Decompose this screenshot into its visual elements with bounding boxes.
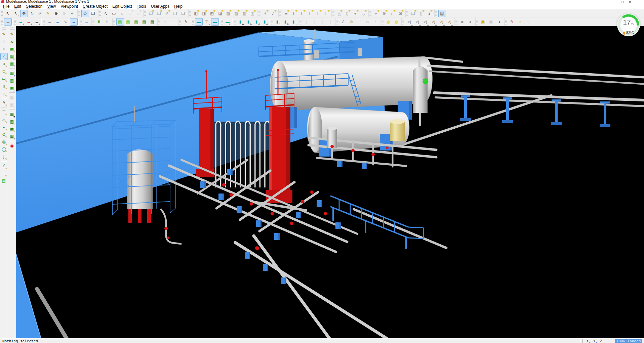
axonometric-cube-icon[interactable]: ❒ [89,10,97,17]
toolbar-grip[interactable] [192,19,194,25]
unit-raise-icon[interactable]: ▮↥ [274,18,281,26]
create-structure-icon[interactable]: ◨★ [200,10,208,17]
zoom-target-icon[interactable]: ⌖ [69,10,76,17]
sketch-circle-center-icon[interactable]: ⊙✎ [0,131,8,138]
pan-move-icon[interactable]: ⊕ [52,10,60,17]
annotate-pencil-icon[interactable]: ✎ [8,31,16,38]
sketch-layers-icon[interactable]: ▤ [0,177,8,184]
menu-help[interactable]: Help [172,4,185,9]
create-drum-icon[interactable]: ▯★ [417,10,425,17]
floor-corner[interactable] [16,254,67,338]
toolbar-grip[interactable] [332,11,334,16]
add-point-icon[interactable]: +★ [261,10,269,17]
toolbar-grip[interactable] [369,11,371,16]
toolbar-grip[interactable] [80,19,82,25]
restore-button[interactable]: ❐ [621,0,624,4]
sketch-spline-icon[interactable]: ∫✎ [0,153,8,160]
point-cloud-on-icon[interactable]: ⠿ [95,18,103,26]
add-display-color-icon[interactable]: ☁+ [25,18,33,26]
sketch-polyline-icon[interactable]: ∪✎ [0,60,8,68]
hatch-wave-icon[interactable]: ≋ [8,38,16,45]
add-display-clip-icon[interactable]: ☁+ [33,18,41,26]
sketch-pencil-icon[interactable]: ✎ [0,31,8,38]
show-object-icon[interactable]: ☁ [54,18,62,26]
toolbar-grip[interactable] [14,19,16,25]
hatch-angle-icon[interactable]: ▦∠ [8,85,16,92]
toolbar-grip[interactable] [435,11,437,16]
callout-icon[interactable]: ❑ [171,10,179,17]
unit-rotate-y-icon[interactable]: ▮↺ [253,18,260,26]
toolbar-grip[interactable] [381,19,384,25]
menu-create-object[interactable]: Create Object [80,4,110,9]
toolbar-grip[interactable] [299,19,301,25]
color-dots-icon[interactable]: ∵ [524,18,532,26]
create-duct-icon[interactable]: ◪★ [216,10,224,17]
create-elbow-icon[interactable]: ⌐★ [372,10,380,17]
menu-user-apps[interactable]: User Apps [149,4,172,9]
sketch-angle-icon[interactable]: ∠✎ [0,163,8,170]
shade-sphere-icon[interactable]: ● [467,18,474,26]
vertical-axis-icon[interactable]: ↑ [161,18,169,26]
toolbar-grip[interactable] [1,19,3,25]
sketch-rect-icon[interactable]: ▭✎ [0,75,8,82]
toolbar-grip[interactable] [2,27,6,30]
toolbar-grip[interactable] [455,19,457,25]
level-high-icon[interactable]: ▤ [124,18,132,26]
view-marker-3-icon[interactable]: ◁▁ [421,18,429,26]
menu-view[interactable]: View [45,4,58,9]
menu-viewpoint[interactable]: Viewpoint [58,4,80,9]
yellow-equipment[interactable] [390,119,405,141]
highlight-ring-icon[interactable]: ◍ [385,18,392,26]
close-button[interactable]: ✕ [629,0,631,4]
create-pipe-icon[interactable]: ◩★ [208,10,216,17]
create-panel-icon[interactable]: ▥★ [241,10,248,17]
add-display-icon[interactable]: ☁+ [17,18,25,26]
hatch-doc-icon[interactable]: ▦❏ [8,53,16,60]
toolbar-grip[interactable] [158,19,160,25]
redline-pencil-icon[interactable]: ✎ [44,10,52,17]
callout-alt-icon[interactable]: ❒ [179,10,187,17]
contrast-icon[interactable]: ◑ [495,18,503,26]
sketch-circle-2pt-icon[interactable]: ◎✎ [0,138,8,145]
toolbar-grip[interactable] [78,11,80,16]
level-low-icon[interactable]: ▤ [140,18,148,26]
level-full-icon[interactable]: ▤ [116,18,124,26]
unit-id-icon[interactable]: ▬id [224,18,232,26]
toolbar-grip[interactable] [99,11,101,16]
create-torus-icon[interactable]: ⊖★ [380,10,388,17]
shade-box-icon[interactable]: ■ [458,18,466,26]
highlight-ring-alt-icon[interactable]: ◍ [393,18,400,26]
color-pencil-icon[interactable]: ✎ [508,18,516,26]
hatch-edit-icon[interactable]: ▦✎ [8,46,16,53]
menu-edit-object[interactable]: Edit Object [110,4,134,9]
unit-level-icon[interactable]: ▮↑ [290,18,297,26]
create-tray-icon[interactable]: ▧★ [225,10,232,17]
sketch-ellipse-icon[interactable]: ○✎ [0,90,8,97]
isolate-object-icon[interactable]: ☁ [70,18,78,26]
pipe-rack-right[interactable] [399,66,644,146]
sketch-offset-icon[interactable]: =✎ [0,170,8,177]
add-line-icon[interactable]: ∕★ [270,10,277,17]
return-view-icon[interactable]: ↰ [182,18,190,26]
sketch-arc-start-icon[interactable]: ⌓✎ [0,116,8,123]
unit-move-icon[interactable]: ▮✥ [237,18,244,26]
sketch-slot-icon[interactable]: ▯✎ [0,83,8,90]
select-arrow-icon[interactable]: ↖ [4,10,12,17]
view-marker-6-icon[interactable]: ◁▁ [446,18,453,26]
tag-unit-icon[interactable]: ▬ [195,18,203,26]
create-frame-icon[interactable]: Γ★ [323,10,330,17]
menu-edit[interactable]: Edit [12,4,24,9]
sketch-line-icon[interactable]: ∕✎ [0,53,8,60]
color-cycle-icon[interactable]: ◉ [8,142,16,149]
create-dome-icon[interactable]: ∩★ [389,10,396,17]
outline-display-icon[interactable]: ☁ [83,18,90,26]
hatch-number-icon[interactable]: ▦# [8,70,16,77]
toolbar-grip[interactable] [234,19,236,25]
create-cylinder-icon[interactable]: ▯★ [344,10,351,17]
tag-probe-icon[interactable]: ⊤• [203,18,211,26]
toolbar-grip[interactable] [221,19,223,25]
hatch-u-icon[interactable]: ▦U [8,77,16,84]
unit-lower-icon[interactable]: ▮⇅ [282,18,289,26]
create-dish-icon[interactable]: ◡★ [360,10,367,17]
snap-node-icon[interactable]: ⊚ [348,18,355,26]
